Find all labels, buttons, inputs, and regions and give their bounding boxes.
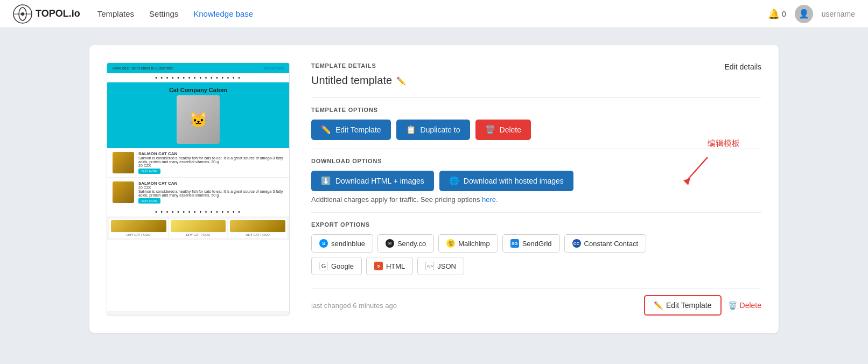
sendinblue-icon: S [319, 239, 328, 248]
template-title-row: Untitled template ✏️ [311, 74, 761, 87]
email-footer-grid: DRY CAT FOOD DRY CAT FOOD DRY CAT FOOD [107, 216, 289, 240]
main-content: Hello dear, send email to Subscriber Web… [0, 28, 868, 350]
footer-product-2: DRY CAT FOOD [169, 219, 228, 238]
export-sendy[interactable]: ✉ Sendy.co [377, 234, 434, 253]
sendgrid-icon: SG [510, 239, 519, 248]
sendy-label: Sendy.co [397, 240, 426, 248]
main-nav: Templates Settings Knowledge base [97, 9, 768, 18]
header-right: 🔔 0 👤 username [768, 5, 855, 23]
preview-image: Hello dear, send email to Subscriber Web… [107, 63, 289, 311]
download-options-label: DOWNLOAD OPTIONS [311, 158, 761, 164]
export-json[interactable]: </> JSON [417, 257, 464, 275]
email-hero: Cat Company Catom 🐱 [107, 82, 289, 148]
footer-delete-button[interactable]: 🗑️ Delete [728, 301, 761, 310]
template-title-text: Untitled template [311, 74, 392, 87]
template-options-row: ✏️ Edit Template 📋 Duplicate to 🗑️ Delet… [311, 120, 761, 140]
buy-now-btn-1[interactable]: BUY NOW [138, 169, 160, 174]
nav-knowledge-base[interactable]: Knowledge base [193, 9, 253, 18]
mailchimp-label: Mailchimp [458, 240, 490, 248]
footer-row: last changed 6 minutes ago ✏️ Edit Templ… [311, 288, 761, 316]
logo-link[interactable]: TOPOL.io [13, 4, 80, 24]
webversion-link: Webversion [264, 66, 284, 70]
download-section: 编辑模板 ⬇️ Download HTML + images 🌐 Downloa… [311, 171, 761, 191]
duplicate-to-button[interactable]: 📋 Duplicate to [396, 120, 470, 140]
divider-3 [311, 212, 761, 213]
pricing-note: Additional charges apply for traffic. Se… [311, 195, 761, 204]
footer-delete-label: Delete [740, 301, 761, 310]
template-card: Hello dear, send email to Subscriber Web… [89, 45, 779, 333]
divider-1 [311, 97, 761, 98]
footer-product-3: DRY CAT FOOD [228, 219, 287, 238]
download-hosted-label: Download with hosted images [464, 177, 564, 185]
nav-templates[interactable]: Templates [97, 9, 134, 18]
edit-details-link[interactable]: Edit details [725, 62, 761, 71]
globe-icon: 🌐 [449, 176, 459, 186]
email-title: Cat Company Catom [111, 87, 285, 93]
pricing-link[interactable]: here. [482, 195, 498, 204]
html-label: HTML [386, 262, 405, 270]
edit-icon: ✏️ [321, 125, 331, 135]
sendy-icon: ✉ [386, 239, 394, 248]
nav-settings[interactable]: Settings [149, 9, 178, 18]
export-google[interactable]: G Google [311, 257, 362, 275]
cc-label: Constant Contact [584, 240, 638, 248]
divider-2 [311, 149, 761, 149]
export-constant-contact[interactable]: CC Constant Contact [564, 234, 646, 253]
template-details-label: TEMPLATE DETAILS [311, 62, 376, 69]
export-sendinblue[interactable]: S sendinblue [311, 234, 373, 253]
avatar[interactable]: 👤 [795, 5, 813, 23]
footer-edit-template-button[interactable]: ✏️ Edit Template [644, 295, 722, 316]
footer-product-1: DRY CAT FOOD [109, 219, 168, 238]
avatar-icon: 👤 [799, 9, 809, 19]
mailchimp-icon: 🐒 [446, 239, 455, 248]
download-hosted-button[interactable]: 🌐 Download with hosted images [439, 171, 573, 191]
product-2-desc: Salmon is considered a healthy fish for … [138, 190, 284, 197]
export-row-1: S sendinblue ✉ Sendy.co 🐒 Mailchimp SG S… [311, 234, 761, 253]
edit-template-label: Edit Template [335, 125, 381, 134]
duplicate-label: Duplicate to [421, 125, 460, 134]
sendinblue-label: sendinblue [331, 240, 365, 248]
export-options-label: EXPORT OPTIONS [311, 221, 761, 228]
footer-actions: ✏️ Edit Template 🗑️ Delete [644, 295, 761, 316]
template-options-label: TEMPLATE OPTIONS [311, 107, 761, 113]
product-1-info: SALMON CAT CAN Salmon is considered a he… [138, 151, 284, 174]
product-1-image [113, 152, 134, 173]
product-1-price: 20 CZK [138, 164, 284, 167]
download-html-icon: ⬇️ [321, 176, 331, 186]
download-html-button[interactable]: ⬇️ Download HTML + images [311, 171, 434, 191]
product-2-name: SALMON CAT CAN [138, 181, 284, 186]
notification-count: 0 [782, 10, 786, 18]
cc-icon: CC [572, 239, 581, 248]
footer-edit-label: Edit Template [666, 301, 712, 310]
export-mailchimp[interactable]: 🐒 Mailchimp [438, 234, 498, 253]
download-options-row: ⬇️ Download HTML + images 🌐 Download wit… [311, 171, 761, 191]
google-label: Google [331, 262, 354, 270]
download-html-label: Download HTML + images [335, 177, 424, 185]
export-row-2: G Google 5 HTML </> JSON [311, 257, 761, 275]
delete-button[interactable]: 🗑️ Delete [475, 120, 531, 140]
topol-logo-icon [13, 4, 32, 24]
product-1-name: SALMON CAT CAN [138, 151, 284, 156]
duplicate-icon: 📋 [406, 125, 416, 135]
export-html[interactable]: 5 HTML [366, 257, 413, 275]
footer-edit-icon: ✏️ [654, 301, 663, 310]
product-1-desc: Salmon is considered a healthy fish for … [138, 156, 284, 164]
title-edit-icon[interactable]: ✏️ [396, 76, 405, 85]
email-dots-bottom: • • • • • • • • • • • • • • • • [107, 207, 289, 216]
sendgrid-label: SendGrid [522, 240, 552, 248]
product-2-image [113, 181, 134, 203]
email-header-bar: Hello dear, send email to Subscriber Web… [107, 63, 289, 73]
notifications-button[interactable]: 🔔 0 [768, 8, 786, 20]
export-sendgrid[interactable]: SG SendGrid [502, 234, 560, 253]
email-addr: Hello dear, send email to Subscriber [113, 66, 173, 70]
email-mockup: Hello dear, send email to Subscriber Web… [107, 63, 289, 240]
logo-text: TOPOL.io [36, 8, 80, 19]
edit-template-button[interactable]: ✏️ Edit Template [311, 120, 391, 140]
email-dots-top: • • • • • • • • • • • • • • • • [107, 73, 289, 82]
json-icon: </> [425, 262, 434, 270]
json-label: JSON [437, 262, 456, 270]
email-product-2: SALMON CAT CAN 20 CZK Salmon is consider… [107, 178, 289, 207]
delete-label: Delete [500, 125, 521, 134]
buy-now-btn-2[interactable]: BUY NOW [138, 198, 160, 204]
template-details: TEMPLATE DETAILS Edit details Untitled t… [311, 62, 761, 316]
